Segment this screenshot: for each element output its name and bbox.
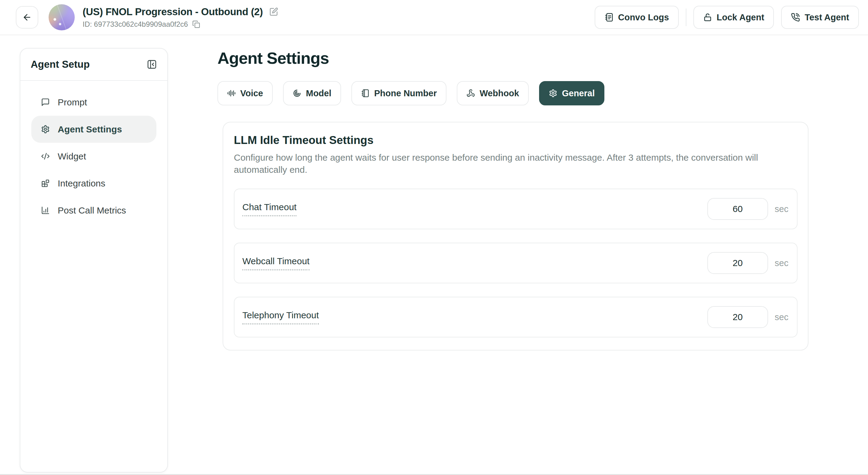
lock-open-icon: [703, 13, 712, 22]
agent-setup-sidebar: Agent Setup Prompt Agent Settings Widget: [20, 48, 168, 473]
telephony-timeout-unit: sec: [775, 312, 788, 322]
card-title: LLM Idle Timeout Settings: [234, 134, 798, 147]
tab-label: Model: [306, 88, 331, 98]
sidebar-item-label: Widget: [58, 151, 86, 162]
lock-agent-label: Lock Agent: [717, 12, 765, 23]
collapse-sidebar-button[interactable]: [147, 59, 157, 69]
lock-agent-button[interactable]: Lock Agent: [693, 6, 774, 29]
test-agent-label: Test Agent: [805, 12, 849, 23]
telephony-timeout-input[interactable]: [707, 306, 768, 328]
tab-label: Voice: [240, 88, 263, 98]
settings-tabs: Voice Model Phone Number Webhook General: [217, 81, 604, 105]
phone-call-icon: [791, 13, 800, 22]
webcall-timeout-label[interactable]: Webcall Timeout: [242, 256, 309, 270]
edit-pencil-icon[interactable]: [269, 7, 278, 17]
webcall-timeout-input[interactable]: [707, 252, 768, 274]
top-header: (US) FNOL Progression - Outbound (2) ID:…: [0, 0, 868, 35]
telephony-timeout-label[interactable]: Telephony Timeout: [242, 310, 319, 324]
swirl-icon: [293, 89, 301, 97]
gear-icon: [41, 125, 50, 134]
card-description: Configure how long the agent waits for u…: [234, 152, 785, 176]
chat-timeout-input[interactable]: [707, 198, 768, 220]
sidebar-item-prompt[interactable]: Prompt: [31, 89, 156, 116]
tab-model[interactable]: Model: [283, 81, 341, 105]
waveform-icon: [227, 89, 236, 97]
panel-collapse-icon: [147, 59, 157, 69]
blocks-icon: [41, 179, 50, 188]
tab-voice[interactable]: Voice: [217, 81, 273, 105]
sidebar-item-post-call-metrics[interactable]: Post Call Metrics: [31, 197, 156, 224]
llm-idle-timeout-card: LLM Idle Timeout Settings Configure how …: [223, 122, 808, 350]
convo-logs-button[interactable]: Convo Logs: [595, 6, 679, 29]
gear-icon: [549, 89, 557, 97]
agent-title-block: (US) FNOL Progression - Outbound (2) ID:…: [83, 6, 278, 29]
tab-general[interactable]: General: [539, 81, 604, 105]
back-button[interactable]: [16, 6, 38, 29]
copy-icon[interactable]: [192, 20, 200, 28]
tab-webhook[interactable]: Webhook: [457, 81, 529, 105]
message-square-icon: [41, 98, 50, 106]
chat-timeout-label[interactable]: Chat Timeout: [242, 202, 297, 216]
webcall-timeout-row: Webcall Timeout sec: [234, 243, 798, 283]
sidebar-title: Agent Setup: [31, 59, 90, 70]
header-actions: Convo Logs Lock Agent Test Agent: [595, 6, 859, 29]
notebook-icon: [361, 89, 370, 97]
tab-label: Phone Number: [374, 88, 437, 98]
logs-notebook-icon: [604, 13, 614, 22]
sidebar-item-integrations[interactable]: Integrations: [31, 170, 156, 197]
chat-timeout-unit: sec: [775, 204, 788, 214]
header-divider: [686, 8, 686, 26]
arrow-left-icon: [22, 12, 32, 22]
code-icon: [41, 152, 50, 161]
agent-title: (US) FNOL Progression - Outbound (2): [83, 6, 263, 18]
convo-logs-label: Convo Logs: [618, 12, 669, 23]
bar-chart-icon: [41, 206, 50, 215]
test-agent-button[interactable]: Test Agent: [781, 6, 859, 29]
sidebar-item-label: Agent Settings: [58, 124, 122, 134]
agent-avatar: [49, 4, 75, 30]
tab-label: General: [562, 88, 595, 98]
webcall-timeout-unit: sec: [775, 258, 788, 268]
sidebar-item-label: Integrations: [58, 178, 105, 189]
tab-phone-number[interactable]: Phone Number: [351, 81, 446, 105]
sidebar-item-widget[interactable]: Widget: [31, 143, 156, 170]
chat-timeout-row: Chat Timeout sec: [234, 189, 798, 229]
sidebar-item-agent-settings[interactable]: Agent Settings: [31, 116, 156, 143]
agent-id: ID: 697733c062c4b9909aa0f2c6: [83, 20, 188, 29]
sidebar-item-label: Prompt: [58, 97, 87, 107]
tab-label: Webhook: [479, 88, 519, 98]
webhook-icon: [466, 89, 475, 97]
telephony-timeout-row: Telephony Timeout sec: [234, 297, 798, 338]
page-title: Agent Settings: [217, 49, 329, 67]
sidebar-item-label: Post Call Metrics: [58, 205, 126, 216]
